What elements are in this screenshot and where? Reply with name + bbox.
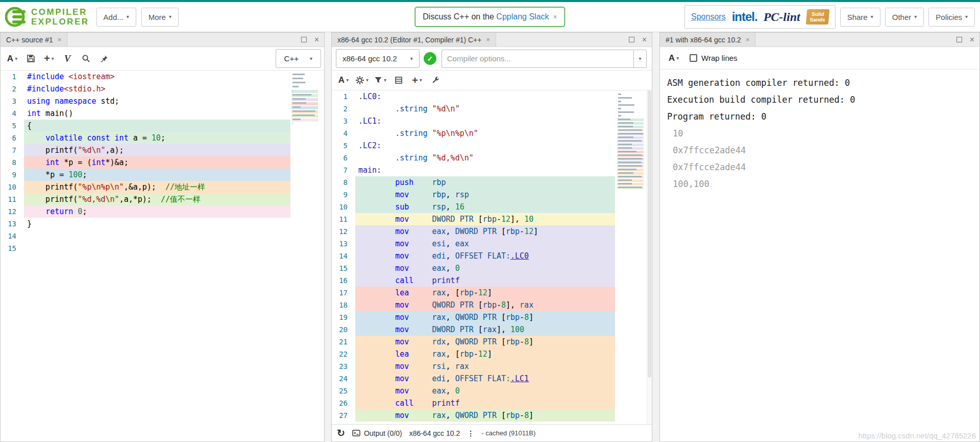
source-minimap[interactable] — [291, 72, 318, 135]
code-line[interactable]: 12 mov eax, DWORD PTR [rbp-12] — [332, 225, 652, 238]
close-icon[interactable]: × — [642, 36, 647, 44]
code-line[interactable]: 6 .string "%d,%d\n" — [332, 152, 652, 164]
output-toggle[interactable]: Output (0/0) — [352, 429, 402, 437]
code-line[interactable]: 9 mov rbp, rsp — [332, 189, 652, 201]
token: edi — [432, 374, 446, 383]
pclint-logo[interactable]: PC-lint — [764, 10, 800, 24]
line-content: .LC2: — [355, 139, 615, 152]
code-line[interactable]: 22 lea rax, [rbp-12] — [332, 348, 652, 360]
asm-minimap[interactable] — [617, 92, 644, 190]
vim-mode-button[interactable]: V — [59, 50, 76, 67]
code-line[interactable]: 14 — [1, 230, 324, 242]
asm-scrollbar-thumb[interactable] — [648, 90, 651, 378]
code-line[interactable]: 10 sub rsp, 16 — [332, 201, 652, 213]
code-line[interactable]: 6 volatile const int a = 10; — [1, 132, 324, 144]
sponsors-link[interactable]: Sponsors — [691, 12, 726, 21]
code-line[interactable]: 16 call printf — [332, 274, 652, 287]
code-line[interactable]: 7main: — [332, 164, 652, 176]
code-line[interactable]: 8 int *p = (int*)&a; — [1, 156, 324, 169]
code-line[interactable]: 10 printf("%p\n%p\n",&a,p); //地址一样 — [1, 181, 324, 193]
tab-program-output[interactable]: #1 with x86-64 gcc 10.2 × — [660, 33, 755, 46]
solidsands-logo[interactable]: Solid Sands — [805, 9, 829, 25]
code-line[interactable]: 11 printf("%d,%d\n",a,*p); //值不一样 — [1, 193, 324, 205]
code-line[interactable]: 24 mov edi, OFFSET FLAT:.LC1 — [332, 373, 652, 385]
maximize-icon[interactable] — [301, 37, 307, 42]
compiler-options-input[interactable] — [442, 50, 633, 68]
tab-compiler[interactable]: x86-64 gcc 10.2 (Editor #1, Compiler #1)… — [332, 33, 496, 46]
policies-button[interactable]: Policies ▾ — [928, 8, 975, 27]
code-line[interactable]: 5.LC2: — [332, 139, 652, 152]
code-line[interactable]: 26 call printf — [332, 397, 652, 409]
code-line[interactable]: 3.LC1: — [332, 115, 652, 127]
add-pane-button[interactable]: + ▾ — [40, 50, 58, 67]
tab-close-icon[interactable]: × — [746, 36, 750, 43]
language-select[interactable]: C++ ▾ — [276, 49, 321, 68]
code-line[interactable]: 2#include<stdio.h> — [1, 83, 324, 95]
code-line[interactable]: 13} — [1, 218, 324, 230]
code-line[interactable]: 7 printf("%d\n",a); — [1, 144, 324, 156]
font-size-button[interactable]: A ▾ — [665, 50, 682, 67]
compiler-explorer-logo[interactable]: COMPILER EXPLORER — [5, 6, 89, 28]
refresh-icon[interactable]: ↻ — [337, 427, 345, 439]
maximize-icon[interactable] — [629, 37, 634, 42]
add-button[interactable]: Add... ▾ — [96, 8, 136, 27]
filter-button[interactable]: ▾ — [372, 72, 389, 89]
code-line[interactable]: 19 mov rax, QWORD PTR [rbp-8] — [332, 311, 652, 323]
libraries-button[interactable] — [390, 72, 407, 89]
asm-code-editor[interactable]: 1.LC0:2 .string "%d\n"3.LC1:4 .string "%… — [332, 90, 652, 424]
options-dropdown-button[interactable]: ▾ — [633, 50, 647, 68]
code-line[interactable]: 15 mov eax, 0 — [332, 262, 652, 274]
code-line[interactable]: 9 *p = 100; — [1, 169, 324, 181]
search-button[interactable] — [77, 50, 94, 67]
code-line[interactable]: 15 — [1, 242, 324, 254]
code-line[interactable]: 14 mov edi, OFFSET FLAT:.LC0 — [332, 250, 652, 262]
intel-logo[interactable]: intel. — [732, 10, 757, 24]
maximize-icon[interactable] — [957, 37, 962, 42]
banner-close-icon[interactable]: × — [553, 13, 557, 21]
code-line[interactable]: 18 mov QWORD PTR [rbp-8], rax — [332, 299, 652, 311]
pin-button[interactable] — [95, 50, 113, 67]
code-line[interactable]: 17 lea rax, [rbp-12] — [332, 287, 652, 299]
token — [409, 190, 432, 199]
code-line[interactable]: 23 mov rsi, rax — [332, 360, 652, 373]
tab-close-icon[interactable]: × — [58, 36, 62, 43]
code-line[interactable]: 13 mov esi, eax — [332, 238, 652, 250]
code-line[interactable]: 1#include <iostream> — [1, 71, 324, 83]
code-line[interactable]: 21 mov rdx, QWORD PTR [rbp-8] — [332, 336, 652, 348]
font-size-button[interactable]: A ▾ — [335, 72, 352, 89]
save-button[interactable] — [22, 50, 39, 67]
code-line[interactable]: 20 mov DWORD PTR [rax], 100 — [332, 323, 652, 336]
code-line[interactable]: 2 .string "%d\n" — [332, 103, 652, 115]
other-button[interactable]: Other ▾ — [885, 8, 924, 27]
settings-button[interactable]: ▾ — [353, 72, 371, 89]
cpplang-slack-link[interactable]: Cpplang Slack — [496, 12, 549, 21]
tab-close-icon[interactable]: × — [486, 36, 490, 43]
code-line[interactable]: 3using namespace std; — [1, 95, 324, 107]
wrap-lines-checkbox[interactable] — [690, 54, 697, 62]
tools-button[interactable] — [427, 72, 444, 89]
line-number: 6 — [1, 132, 24, 144]
code-line[interactable]: 1.LC0: — [332, 90, 652, 103]
close-icon[interactable]: × — [970, 36, 974, 44]
code-line[interactable]: 4 .string "%p\n%p\n" — [332, 127, 652, 139]
more-button[interactable]: More ▾ — [141, 8, 179, 27]
code-line[interactable]: 11 mov DWORD PTR [rbp-12], 10 — [332, 213, 652, 225]
info-dots-icon[interactable]: ⋮ — [467, 429, 474, 437]
compiler-select[interactable]: x86-64 gcc 10.2 ▾ — [336, 49, 420, 68]
asm-scrollbar[interactable] — [647, 90, 652, 424]
code-line[interactable]: 4int main() — [1, 107, 324, 120]
output-line: Execution build compiler returned: 0 — [667, 91, 972, 108]
share-button[interactable]: Share ▾ — [840, 8, 880, 27]
add-tool-button[interactable]: + ▾ — [408, 72, 426, 89]
tab-cpp-source[interactable]: C++ source #1 × — [1, 33, 67, 46]
code-line[interactable]: 25 mov eax, 0 — [332, 385, 652, 397]
font-size-button[interactable]: A ▾ — [4, 50, 21, 67]
code-line[interactable]: 8 push rbp — [332, 176, 652, 189]
token: , — [446, 374, 455, 383]
code-line[interactable]: 27 mov rax, QWORD PTR [rbp-8] — [332, 409, 652, 422]
source-code-editor[interactable]: 1#include <iostream>2#include<stdio.h>3u… — [1, 71, 324, 441]
wrap-lines-control[interactable]: Wrap lines — [690, 54, 738, 62]
code-line[interactable]: 5{ — [1, 120, 324, 132]
close-icon[interactable]: × — [314, 36, 319, 44]
code-line[interactable]: 12 return 0; — [1, 205, 324, 218]
